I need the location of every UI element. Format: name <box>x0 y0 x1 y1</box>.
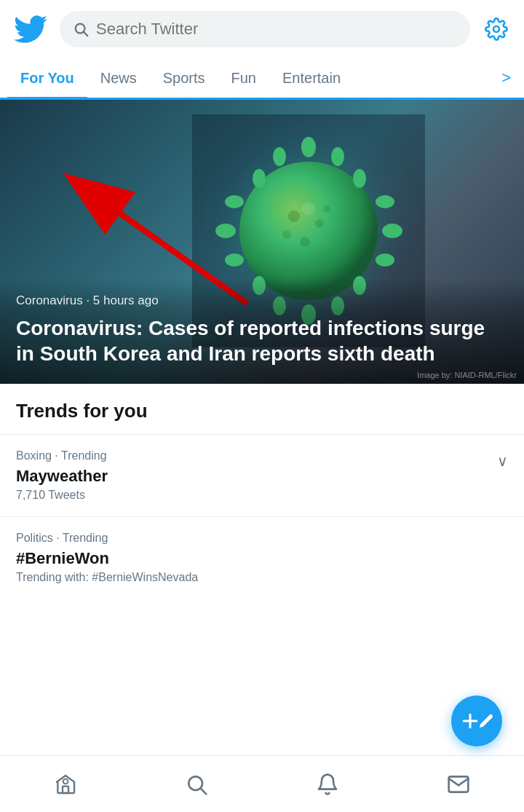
tab-for-you[interactable]: For You <box>7 60 87 97</box>
trends-header: Trends for you <box>0 384 524 434</box>
nav-messages[interactable] <box>393 756 524 812</box>
trend-item-mayweather[interactable]: Boxing · Trending Mayweather 7,710 Tweet… <box>0 434 524 516</box>
trend-category-boxing: Boxing · Trending <box>16 449 508 462</box>
svg-point-22 <box>288 210 300 222</box>
hero-separator: · <box>83 293 93 307</box>
trend-desc-berniewon: Trending with: #BernieWinsNevada <box>16 571 508 584</box>
bottom-navigation <box>0 755 524 812</box>
svg-point-19 <box>225 195 244 208</box>
compose-fab[interactable] <box>451 695 502 746</box>
tabs-bar: For You News Sports Fun Entertain > <box>0 58 524 100</box>
trend-count-mayweather: 7,710 Tweets <box>16 489 508 502</box>
svg-point-8 <box>273 147 286 166</box>
tab-sports[interactable]: Sports <box>150 60 218 97</box>
svg-point-26 <box>282 230 291 239</box>
tabs-more-arrow[interactable]: > <box>496 58 517 98</box>
search-bar[interactable] <box>60 11 470 47</box>
svg-point-12 <box>376 253 394 267</box>
tab-entertainment[interactable]: Entertain <box>269 60 354 97</box>
svg-point-31 <box>63 779 68 784</box>
trend-category-politics: Politics · Trending <box>16 532 508 545</box>
svg-line-1 <box>84 32 87 36</box>
svg-point-5 <box>301 137 316 157</box>
svg-point-10 <box>382 224 402 238</box>
svg-point-9 <box>253 169 266 188</box>
svg-point-11 <box>376 195 394 208</box>
hero-time: 5 hours ago <box>93 293 159 307</box>
app-header <box>0 0 524 58</box>
svg-point-6 <box>331 147 344 166</box>
trends-title: Trends for you <box>16 400 148 422</box>
nav-search[interactable] <box>131 756 262 812</box>
svg-point-24 <box>300 237 310 247</box>
tab-fun[interactable]: Fun <box>218 60 269 97</box>
svg-point-2 <box>493 26 499 32</box>
svg-point-7 <box>353 169 366 188</box>
svg-rect-30 <box>63 786 68 792</box>
tab-news[interactable]: News <box>87 60 150 97</box>
hero-credit: Image by: NIAID-RML/Flickr <box>417 371 517 379</box>
trend-chevron-mayweather[interactable]: ∨ <box>497 452 508 470</box>
nav-home[interactable] <box>0 756 131 812</box>
hero-banner[interactable]: Coronavirus · 5 hours ago Coronavirus: C… <box>0 100 524 384</box>
svg-point-27 <box>302 202 315 216</box>
trend-name-berniewon: #BernieWon <box>16 549 508 568</box>
svg-point-25 <box>323 205 330 213</box>
svg-point-20 <box>225 253 244 267</box>
nav-notifications[interactable] <box>262 756 393 812</box>
hero-overlay: Coronavirus · 5 hours ago Coronavirus: C… <box>0 279 524 384</box>
twitter-logo[interactable] <box>12 10 49 48</box>
hero-meta: Coronavirus · 5 hours ago <box>16 293 508 308</box>
trend-name-mayweather: Mayweather <box>16 467 508 486</box>
svg-point-23 <box>315 219 324 228</box>
settings-button[interactable] <box>480 13 512 45</box>
svg-line-33 <box>201 789 206 794</box>
hero-category: Coronavirus <box>16 293 83 307</box>
search-input[interactable] <box>96 20 457 39</box>
svg-point-18 <box>215 224 236 238</box>
trend-item-berniewon[interactable]: Politics · Trending #BernieWon Trending … <box>0 516 524 599</box>
compose-icon <box>459 710 494 732</box>
search-icon <box>73 21 89 37</box>
hero-title: Coronavirus: Cases of reported infection… <box>16 315 508 366</box>
